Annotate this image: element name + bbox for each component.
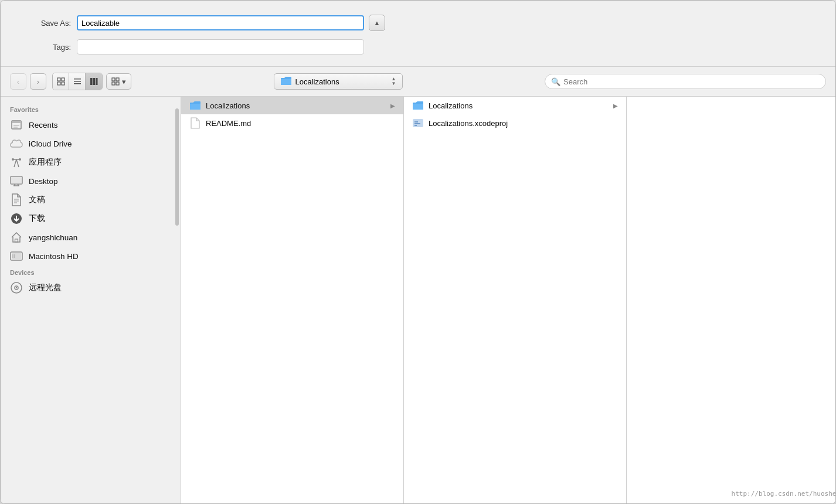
sidebar-item-remote-disc[interactable]: 远程光盘 (1, 278, 181, 297)
file-browser: Localizations ▶ README.md (181, 97, 835, 503)
sidebar-item-label-remote-disc: 远程光盘 (29, 282, 62, 293)
main-content: Favorites Recents (1, 97, 835, 503)
location-selector[interactable]: Localizations ▲ ▼ (274, 73, 403, 90)
sidebar-item-macintosh-hd[interactable]: Macintosh HD (1, 247, 181, 265)
back-icon: ‹ (17, 77, 19, 86)
sidebar-item-icloud[interactable]: iCloud Drive (1, 134, 181, 153)
view-icon-button[interactable] (53, 73, 69, 90)
location-left: Localizations (280, 76, 339, 87)
arrow-icon: ▶ (390, 103, 395, 109)
sidebar-item-label-documents: 文稿 (29, 195, 45, 205)
tags-input[interactable] (77, 39, 364, 55)
svg-rect-8 (93, 78, 96, 85)
svg-rect-13 (116, 82, 119, 85)
file-column-3: http://blog.csdn.net/huoshes (627, 97, 835, 503)
view-group (52, 73, 103, 90)
watermark: http://blog.csdn.net/huoshes (732, 490, 835, 498)
file-item-readme[interactable]: README.md (181, 114, 403, 132)
expand-button[interactable]: ▲ (369, 15, 385, 31)
svg-rect-41 (413, 119, 423, 127)
svg-rect-0 (57, 78, 60, 81)
chevron-up-icon: ▲ (374, 19, 380, 26)
svg-line-20 (16, 159, 19, 167)
tags-row: Tags: (24, 39, 812, 55)
svg-point-40 (16, 287, 17, 288)
search-box[interactable]: 🔍 (545, 74, 826, 89)
forward-button[interactable]: › (30, 73, 46, 90)
file-item-name-readme: README.md (206, 119, 395, 128)
svg-rect-6 (74, 83, 81, 84)
forward-icon: › (37, 77, 39, 86)
search-icon: 🔍 (551, 77, 560, 86)
column-icon (90, 77, 98, 86)
arrange-dropdown-icon: ▾ (122, 77, 126, 86)
svg-point-21 (12, 158, 14, 161)
folder-icon-2 (412, 100, 424, 111)
svg-rect-10 (112, 78, 115, 81)
svg-rect-9 (96, 78, 98, 85)
sidebar-item-label-downloads: 下载 (29, 213, 45, 224)
sidebar-item-label-desktop: Desktop (29, 177, 58, 186)
sidebar-item-home[interactable]: yangshichuan (1, 228, 181, 247)
folder-icon (189, 100, 201, 111)
svg-rect-2 (57, 82, 60, 85)
devices-label: Devices (1, 265, 181, 278)
location-label: Localizations (295, 77, 339, 86)
location-folder-icon (280, 76, 292, 87)
sidebar: Favorites Recents (1, 97, 181, 503)
file-item-xcodeproj[interactable]: Localizations.xcodeproj (404, 114, 626, 132)
desktop-icon (10, 175, 23, 188)
file-item-name-xcodeproj: Localizations.xcodeproj (429, 119, 618, 128)
gallery-icon (111, 77, 120, 86)
svg-line-19 (14, 159, 16, 167)
toolbar: ‹ › (1, 67, 835, 97)
back-button[interactable]: ‹ (10, 73, 26, 90)
sidebar-item-desktop[interactable]: Desktop (1, 172, 181, 190)
search-input[interactable] (563, 77, 820, 86)
location-stepper: ▲ ▼ (392, 77, 396, 86)
tags-label: Tags: (24, 43, 71, 52)
top-section: Save As: ▲ Tags: (1, 1, 835, 67)
downloads-icon (10, 212, 23, 225)
sidebar-item-recents[interactable]: Recents (1, 115, 181, 134)
svg-rect-12 (112, 82, 115, 85)
sidebar-item-documents[interactable]: 文稿 (1, 190, 181, 209)
arrange-button[interactable]: ▾ (106, 73, 131, 90)
save-dialog: Save As: ▲ Tags: ‹ › (0, 0, 836, 504)
svg-rect-24 (11, 176, 22, 184)
svg-rect-4 (74, 79, 81, 80)
sidebar-item-label-apps: 应用程序 (29, 157, 62, 168)
grid-icon (57, 77, 65, 86)
save-as-row: Save As: ▲ (24, 15, 812, 31)
sidebar-item-label-icloud: iCloud Drive (29, 139, 72, 148)
view-column-button[interactable] (86, 73, 102, 90)
svg-rect-7 (90, 78, 93, 85)
save-as-label: Save As: (24, 19, 71, 28)
view-list-button[interactable] (69, 73, 86, 90)
favorites-label: Favorites (1, 103, 181, 115)
sidebar-item-label-home: yangshichuan (29, 233, 77, 242)
recents-icon (10, 118, 23, 131)
xcodeproj-icon (412, 117, 424, 129)
file-item-name-localizations-2: Localizations (429, 101, 609, 110)
file-item-localizations[interactable]: Localizations ▶ (181, 97, 403, 114)
svg-point-22 (19, 158, 21, 161)
svg-rect-1 (62, 78, 64, 81)
list-icon (73, 77, 81, 86)
file-column-1: Localizations ▶ README.md (181, 97, 404, 503)
sidebar-scrollbar[interactable] (175, 108, 179, 226)
file-item-localizations-2[interactable]: Localizations ▶ (404, 97, 626, 114)
svg-rect-3 (62, 82, 64, 85)
home-icon (10, 231, 23, 244)
file-column-2: Localizations ▶ Localizations.xcodeproj (404, 97, 627, 503)
file-icon-readme (189, 117, 201, 129)
sidebar-item-label-macintosh-hd: Macintosh HD (29, 252, 79, 261)
save-as-input[interactable] (77, 15, 364, 30)
documents-icon (10, 193, 23, 206)
svg-rect-5 (74, 81, 81, 82)
sidebar-item-apps[interactable]: 应用程序 (1, 153, 181, 172)
apps-icon (10, 156, 23, 169)
sidebar-item-downloads[interactable]: 下载 (1, 209, 181, 228)
file-item-name-localizations: Localizations (206, 101, 386, 110)
svg-rect-11 (116, 78, 119, 81)
